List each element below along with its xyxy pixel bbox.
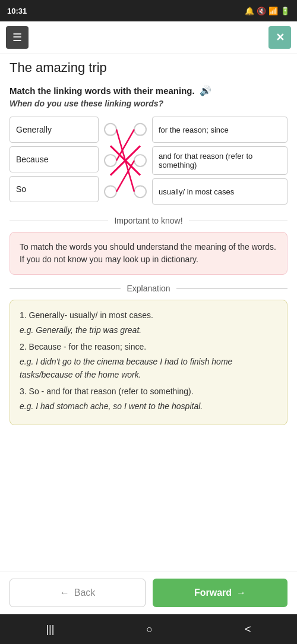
info-box: To match the words you should understand… (10, 232, 287, 275)
svg-point-5 (134, 186, 146, 197)
meaning-1[interactable]: for the reason; since (152, 117, 287, 143)
connector-lines (99, 117, 152, 205)
svg-line-8 (116, 161, 134, 191)
explanation-box: 1. Generally- usually/ in most cases. e.… (10, 300, 287, 425)
explanation-divider: Explanation (10, 283, 287, 294)
svg-point-3 (134, 124, 146, 136)
explanation-term-3: 3. So - and for that reason (refer to so… (20, 385, 277, 398)
mute-icon: 🔇 (257, 7, 266, 15)
svg-point-2 (105, 186, 116, 197)
explanation-term-2: 2. Because - for the reason; since. (20, 340, 277, 353)
android-back-button[interactable]: < (233, 618, 263, 640)
page-title: The amazing trip (10, 60, 287, 76)
important-divider: Important to know! (10, 215, 287, 226)
svg-point-0 (105, 124, 116, 136)
android-home-button[interactable]: ○ (134, 618, 165, 640)
android-recent-button[interactable]: ||| (34, 618, 66, 640)
back-button[interactable]: ← Back (10, 579, 146, 607)
explanation-example-3: e.g. I had stomach ache, so I went to th… (20, 400, 277, 413)
svg-line-7 (116, 130, 134, 161)
forward-button[interactable]: Forward → (153, 579, 287, 607)
menu-button[interactable]: ☰ (6, 26, 29, 49)
main-content: The amazing trip Match the linking words… (0, 54, 297, 571)
android-navigation-bar: ||| ○ < (0, 614, 297, 644)
connector-area (99, 117, 152, 205)
right-meanings-column: for the reason; since and for that reaso… (152, 117, 287, 205)
explanation-term-1: 1. Generally- usually/ in most cases. (20, 309, 277, 322)
meaning-3[interactable]: usually/ in most cases (152, 178, 287, 205)
status-time: 10:31 (7, 7, 27, 15)
sub-instruction: When do you use these linking words? (10, 99, 287, 108)
status-bar: 10:31 🔔 🔇 📶 🔋 (0, 0, 297, 21)
battery-icon: 🔋 (280, 7, 290, 15)
top-navigation: ☰ ✕ (0, 21, 297, 54)
matching-exercise: Generally Because So (10, 117, 287, 205)
svg-point-1 (105, 155, 116, 167)
bottom-navigation: ← Back Forward → (0, 571, 297, 614)
forward-arrow-icon: → (236, 588, 246, 598)
left-words-column: Generally Because So (10, 117, 99, 205)
explanation-example-1: e.g. Generally, the trip was great. (20, 323, 277, 337)
word-generally[interactable]: Generally (10, 117, 99, 143)
notification-icon: 🔔 (245, 7, 254, 15)
close-button[interactable]: ✕ (268, 26, 291, 49)
meaning-2[interactable]: and for that reason (refer to something) (152, 146, 287, 175)
status-icons: 🔔 🔇 📶 🔋 (245, 7, 290, 15)
svg-point-4 (134, 155, 146, 167)
explanation-example-2: e.g. I didn't go to the cinema because I… (20, 355, 277, 382)
word-so[interactable]: So (10, 176, 99, 202)
wifi-icon: 📶 (268, 7, 278, 15)
instruction-text: Match the linking words with their meani… (10, 85, 287, 96)
speaker-icon[interactable]: 🔊 (200, 85, 211, 96)
word-because[interactable]: Because (10, 146, 99, 172)
back-arrow-icon: ← (60, 588, 69, 598)
